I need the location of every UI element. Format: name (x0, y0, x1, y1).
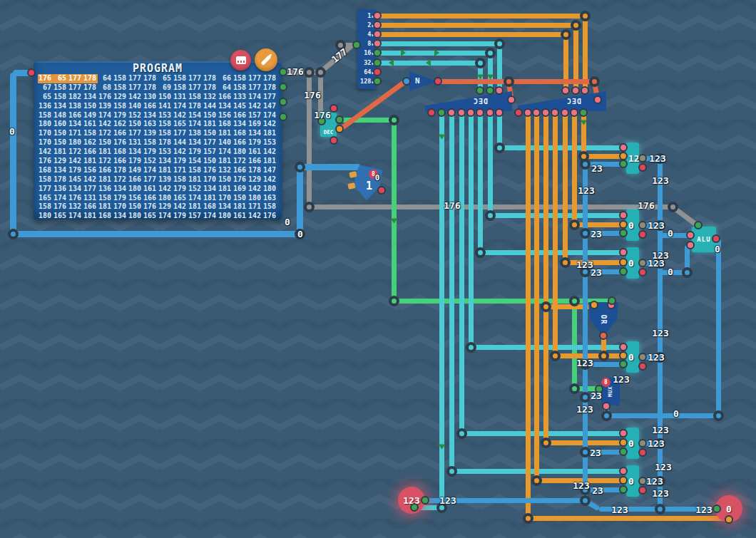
register-out-pin[interactable] (638, 353, 647, 361)
pin-dot[interactable] (466, 108, 475, 117)
pin-dot[interactable] (602, 402, 611, 410)
pin-dot[interactable] (373, 11, 382, 20)
pin-dot[interactable] (27, 68, 36, 77)
wire-node[interactable] (541, 301, 551, 312)
wire-segment[interactable] (377, 32, 566, 37)
wire-segment[interactable] (377, 51, 490, 56)
pin-dot[interactable] (335, 115, 344, 124)
register-in-pin[interactable] (619, 485, 628, 494)
pin-dot[interactable] (373, 58, 382, 67)
pin-dot[interactable] (279, 113, 287, 121)
pin-dot[interactable] (712, 505, 721, 513)
pin-dot[interactable] (532, 108, 541, 117)
wire-node[interactable] (589, 76, 600, 87)
register[interactable]: 0 (626, 428, 639, 459)
wire-node[interactable] (655, 504, 665, 514)
pin-dot[interactable] (373, 77, 382, 86)
pin-dot[interactable] (523, 108, 532, 117)
register[interactable]: 0 (626, 341, 639, 373)
register-save-pin[interactable] (619, 351, 628, 360)
wire-node[interactable] (580, 392, 591, 403)
memory-view-button[interactable] (230, 50, 251, 71)
pin-dot[interactable] (279, 98, 287, 106)
pin-dot[interactable] (421, 496, 429, 505)
register[interactable]: 0 (626, 247, 639, 279)
register-load-pin[interactable] (619, 343, 628, 351)
wire-node[interactable] (494, 143, 505, 153)
register-load-pin[interactable] (619, 248, 628, 257)
register-out-pin[interactable] (638, 259, 647, 267)
register-in-pin[interactable] (619, 267, 628, 276)
pin-dot[interactable] (330, 136, 338, 145)
circuit-canvas[interactable]: PROGRAM 17665177178641581771786515817717… (0, 0, 756, 538)
wire-node[interactable] (389, 115, 399, 125)
register-in-pin[interactable] (619, 360, 628, 368)
register-load-pin[interactable] (619, 143, 628, 152)
wire-node[interactable] (466, 342, 476, 353)
edit-program-button[interactable] (255, 48, 277, 71)
pin-dot[interactable] (373, 30, 382, 38)
wire-node[interactable] (8, 229, 19, 239)
wire-segment[interactable] (543, 112, 548, 443)
wire-node[interactable] (580, 495, 591, 506)
register-flag-pin[interactable] (638, 486, 647, 495)
register-flag-pin[interactable] (638, 230, 647, 239)
pin-dot[interactable] (377, 186, 386, 195)
wire-node[interactable] (485, 48, 496, 58)
register-in-pin[interactable] (619, 160, 628, 168)
wire-segment[interactable] (606, 413, 718, 418)
pin-dot[interactable] (570, 108, 578, 117)
wire-segment[interactable] (459, 112, 464, 433)
wire-segment[interactable] (10, 73, 16, 234)
wire-node[interactable] (571, 20, 581, 31)
pin-dot[interactable] (686, 241, 695, 249)
wire-node[interactable] (504, 76, 514, 87)
wire-segment[interactable] (300, 164, 361, 170)
register-out-pin[interactable] (638, 477, 647, 485)
register-flag-pin[interactable] (638, 268, 647, 276)
wire-node[interactable] (580, 447, 591, 457)
wire-node[interactable] (598, 351, 609, 361)
wire-node[interactable] (668, 202, 678, 212)
pin-dot[interactable] (561, 108, 569, 117)
pin-dot[interactable] (335, 125, 344, 133)
register-save-pin[interactable] (619, 220, 628, 229)
wire-segment[interactable] (581, 112, 586, 156)
wire-node[interactable] (550, 351, 561, 361)
register-out-pin[interactable] (638, 439, 647, 448)
wire-node[interactable] (304, 202, 315, 212)
register[interactable]: 0 (626, 209, 639, 241)
wire-node[interactable] (295, 162, 305, 172)
wire-segment[interactable] (563, 112, 568, 262)
pin-dot[interactable] (476, 86, 484, 95)
pin-dot[interactable] (599, 331, 608, 340)
pin-dot[interactable] (694, 221, 703, 229)
register-flag-pin[interactable] (638, 163, 647, 172)
register[interactable]: 123 (626, 143, 639, 174)
wire-node[interactable] (580, 228, 591, 239)
pin-dot[interactable] (476, 108, 484, 117)
register-out-pin[interactable] (638, 221, 647, 229)
wire-node[interactable] (580, 11, 591, 21)
pin-dot[interactable] (410, 503, 419, 512)
pin-dot[interactable] (593, 95, 602, 104)
pin-dot[interactable] (686, 231, 695, 239)
pin-dot[interactable] (373, 68, 382, 76)
pin-dot[interactable] (579, 108, 588, 117)
pin-dot[interactable] (541, 108, 550, 117)
pin-dot[interactable] (352, 41, 361, 49)
wire-segment[interactable] (526, 112, 531, 518)
pin-dot[interactable] (279, 83, 287, 91)
wire-node[interactable] (569, 383, 580, 394)
register-flag-pin[interactable] (638, 448, 647, 457)
pin-dot[interactable] (581, 86, 589, 95)
byte-splitter[interactable]: 1▶2▶4▶8▶16▶32▶64▶128▶ (357, 9, 376, 89)
register-flag-pin[interactable] (638, 362, 647, 371)
pin-dot[interactable] (373, 39, 382, 48)
wire-segment[interactable] (574, 222, 623, 227)
pin-dot[interactable] (373, 21, 382, 29)
wire-node[interactable] (682, 267, 693, 278)
wire-node[interactable] (713, 410, 724, 421)
wire-node[interactable] (541, 438, 551, 448)
wire-segment[interactable] (534, 112, 539, 480)
